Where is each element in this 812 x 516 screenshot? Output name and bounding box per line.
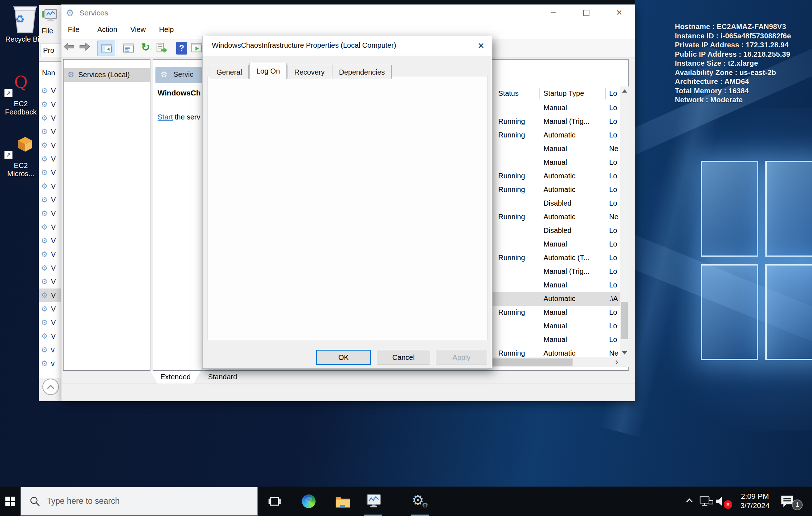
toggle-console-tree-button[interactable] bbox=[97, 41, 115, 56]
close-button[interactable]: × bbox=[608, 5, 630, 21]
dialog-tab-log-on[interactable]: Log On bbox=[249, 63, 287, 79]
scrollbar-thumb[interactable] bbox=[621, 302, 628, 339]
service-row[interactable]: DisabledLo bbox=[493, 224, 620, 238]
service-row[interactable]: ManualLo bbox=[493, 278, 620, 292]
menu-file[interactable]: File bbox=[68, 25, 79, 34]
service-row[interactable]: RunningManual (Trig...Lo bbox=[493, 115, 620, 128]
service-row[interactable]: ManualLo bbox=[493, 156, 620, 169]
service-row[interactable]: Manual (Trig...Lo bbox=[493, 265, 620, 278]
background-service-row[interactable]: ⚙V bbox=[39, 152, 61, 166]
service-row[interactable]: RunningManualLo bbox=[493, 306, 620, 319]
desktop-icon-recycle-bin[interactable]: ♻ Recycle Bi bbox=[2, 4, 42, 43]
background-service-row[interactable]: ⚙V bbox=[39, 316, 61, 329]
background-service-row[interactable]: ⚙V bbox=[39, 193, 61, 207]
task-view-button[interactable] bbox=[263, 487, 286, 516]
service-row[interactable]: DisabledLo bbox=[493, 197, 620, 210]
background-service-row[interactable]: ⚙V bbox=[39, 329, 61, 343]
apply-button[interactable]: Apply bbox=[436, 350, 487, 365]
scrollbar-thumb[interactable] bbox=[493, 358, 573, 366]
column-header-startup-type[interactable]: Startup Type bbox=[543, 89, 584, 98]
service-row[interactable]: RunningAutomaticLo bbox=[493, 128, 620, 142]
service-row[interactable]: ManualLo bbox=[493, 333, 620, 347]
scroll-right-icon[interactable]: › bbox=[615, 357, 618, 367]
service-row[interactable]: Automatic.\A bbox=[493, 292, 620, 306]
dialog-tab-general[interactable]: General bbox=[210, 65, 249, 79]
refresh-icon[interactable]: ↻ bbox=[141, 41, 150, 53]
edge-browser-button[interactable] bbox=[297, 487, 321, 516]
services-taskbar-button[interactable]: ⚙ ⚙ bbox=[408, 487, 432, 516]
export-list-icon[interactable] bbox=[156, 43, 168, 53]
background-service-row[interactable]: ⚙V bbox=[39, 220, 61, 234]
dialog-close-icon[interactable]: × bbox=[473, 38, 489, 53]
dialog-tab-recovery[interactable]: Recovery bbox=[288, 65, 331, 79]
horizontal-scrollbar[interactable]: › bbox=[493, 357, 620, 367]
service-logon-as: Lo bbox=[609, 240, 617, 248]
media-window-icon[interactable] bbox=[191, 43, 202, 52]
background-service-row[interactable]: ⚙V bbox=[39, 125, 61, 139]
properties-icon[interactable] bbox=[123, 43, 134, 53]
file-explorer-button[interactable] bbox=[331, 487, 355, 516]
background-service-row[interactable]: ⚙v bbox=[39, 357, 61, 370]
ok-button[interactable]: OK bbox=[316, 350, 371, 365]
background-service-row[interactable]: ⚙V bbox=[39, 234, 61, 248]
background-service-row[interactable]: ⚙V bbox=[39, 84, 61, 98]
taskbar-clock[interactable]: 2:09 PM 3/7/2024 bbox=[735, 487, 775, 516]
vertical-scrollbar[interactable] bbox=[620, 86, 629, 357]
tab-standard[interactable]: Standard bbox=[200, 371, 245, 384]
service-row[interactable]: ManualLo bbox=[493, 319, 620, 333]
background-file-menu[interactable]: File bbox=[42, 27, 53, 35]
service-row[interactable]: RunningAutomaticNe bbox=[493, 210, 620, 224]
scroll-up-icon[interactable] bbox=[622, 89, 627, 93]
background-toolbar-button[interactable]: Pro bbox=[40, 43, 61, 57]
cancel-button[interactable]: Cancel bbox=[377, 350, 430, 365]
column-header-status[interactable]: Status bbox=[498, 89, 519, 98]
maximize-button[interactable] bbox=[575, 5, 597, 21]
background-service-row[interactable]: ⚙V bbox=[39, 275, 61, 289]
perfmon-taskbar-button[interactable] bbox=[361, 487, 385, 516]
service-row[interactable]: RunningAutomaticLo bbox=[493, 183, 620, 197]
service-row[interactable]: RunningAutomaticLo bbox=[493, 169, 620, 183]
background-service-row[interactable]: ⚙V bbox=[39, 111, 61, 125]
help-icon[interactable]: ? bbox=[176, 42, 187, 55]
minimize-button[interactable]: – bbox=[542, 5, 564, 21]
dialog-titlebar[interactable]: WindowsChaosInfrastructure Properties (L… bbox=[202, 36, 492, 56]
dialog-tab-dependencies[interactable]: Dependencies bbox=[332, 65, 392, 79]
start-button[interactable] bbox=[0, 487, 20, 516]
menu-action[interactable]: Action bbox=[97, 25, 117, 34]
service-row[interactable]: RunningAutomatic (T...Lo bbox=[493, 251, 620, 265]
services-titlebar[interactable]: ⚙ Services – × bbox=[61, 5, 635, 21]
network-tray-icon[interactable] bbox=[699, 487, 714, 516]
menu-view[interactable]: View bbox=[130, 25, 146, 34]
background-service-row[interactable]: ⚙v bbox=[39, 343, 61, 357]
desktop-icon-label: Feedback bbox=[1, 108, 41, 116]
background-service-row[interactable]: ⚙V bbox=[39, 261, 61, 275]
volume-muted-tray-icon[interactable]: × bbox=[715, 487, 734, 516]
taskbar-search[interactable]: Type here to search bbox=[20, 487, 258, 516]
menu-help[interactable]: Help bbox=[159, 25, 174, 34]
background-service-row[interactable]: ⚙V bbox=[39, 289, 61, 302]
start-service-link[interactable]: Start bbox=[158, 113, 173, 121]
column-header-logon[interactable]: Lo bbox=[609, 89, 617, 98]
background-service-row[interactable]: ⚙V bbox=[39, 207, 61, 220]
tray-overflow-chevron[interactable] bbox=[683, 487, 696, 516]
desktop-icon-ec2-feedback[interactable]: Q ↗ EC2 Feedback bbox=[1, 74, 41, 116]
back-icon[interactable] bbox=[64, 42, 74, 51]
background-service-row[interactable]: ⚙V bbox=[39, 139, 61, 152]
background-service-row[interactable]: ⚙V bbox=[39, 166, 61, 179]
service-row[interactable]: ManualLo bbox=[493, 101, 620, 115]
tab-extended[interactable]: Extended bbox=[150, 371, 201, 384]
action-center-button[interactable]: 1 bbox=[780, 487, 805, 516]
collapse-chevron-button[interactable] bbox=[42, 379, 59, 395]
background-service-row[interactable]: ⚙V bbox=[39, 98, 61, 111]
scroll-down-icon[interactable] bbox=[622, 351, 627, 355]
background-service-row[interactable]: ⚙V bbox=[39, 179, 61, 193]
background-service-row[interactable]: ⚙V bbox=[39, 302, 61, 316]
service-row[interactable]: ManualLo bbox=[493, 238, 620, 251]
service-row[interactable]: ManualNe bbox=[493, 142, 620, 156]
forward-icon[interactable] bbox=[79, 42, 90, 51]
desktop-icon-ec2-microservice[interactable]: ↗ EC2 Micros... bbox=[1, 136, 41, 178]
service-row[interactable]: RunningAutomaticNe bbox=[493, 347, 620, 357]
service-startup-type: Automatic bbox=[543, 131, 575, 139]
background-service-row[interactable]: ⚙V bbox=[39, 248, 61, 261]
tree-item-services-local[interactable]: ⚙ Services (Local) bbox=[64, 68, 150, 82]
